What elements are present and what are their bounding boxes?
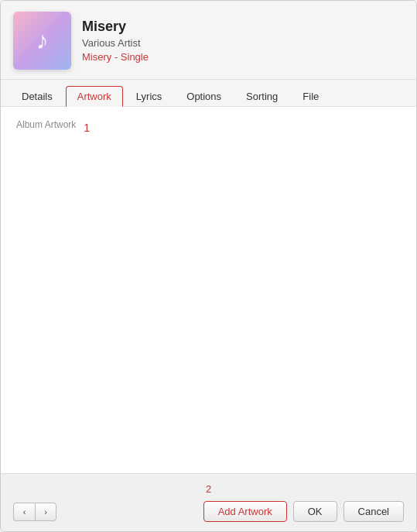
action-buttons: Add Artwork OK Cancel (203, 501, 404, 522)
album-art-thumbnail: ♪ (13, 12, 71, 70)
music-note-icon: ♪ (36, 26, 49, 55)
tab-lyrics[interactable]: Lyrics (125, 86, 173, 107)
tab-bar: Details Artwork Lyrics Options Sorting F… (1, 80, 416, 107)
tab-artwork[interactable]: Artwork (66, 86, 123, 107)
next-button[interactable]: › (35, 503, 56, 521)
nav-buttons: ‹ › (13, 503, 56, 521)
album-artwork-label: Album Artwork (16, 119, 76, 130)
track-title: Misery (82, 19, 149, 35)
footer: 2 ‹ › Add Artwork OK Cancel (1, 473, 416, 531)
prev-button[interactable]: ‹ (13, 503, 35, 521)
track-album: Misery - Single (82, 51, 149, 63)
dialog: ♪ Misery Various Artist Misery - Single … (0, 0, 417, 532)
tab-file[interactable]: File (291, 86, 330, 107)
cancel-button[interactable]: Cancel (344, 501, 404, 522)
step-indicator: 2 (13, 483, 404, 495)
artwork-count-badge: 1 (84, 122, 90, 134)
tab-options[interactable]: Options (175, 86, 233, 107)
ok-button[interactable]: OK (293, 501, 337, 522)
content-area: Album Artwork 1 (1, 107, 416, 473)
artwork-row: Album Artwork 1 (16, 119, 401, 136)
tab-details[interactable]: Details (10, 86, 64, 107)
add-artwork-button[interactable]: Add Artwork (203, 501, 287, 522)
track-info: Misery Various Artist Misery - Single (82, 19, 149, 63)
tab-sorting[interactable]: Sorting (234, 86, 289, 107)
footer-buttons: ‹ › Add Artwork OK Cancel (13, 501, 404, 522)
track-artist: Various Artist (82, 37, 149, 49)
header: ♪ Misery Various Artist Misery - Single (1, 1, 416, 80)
